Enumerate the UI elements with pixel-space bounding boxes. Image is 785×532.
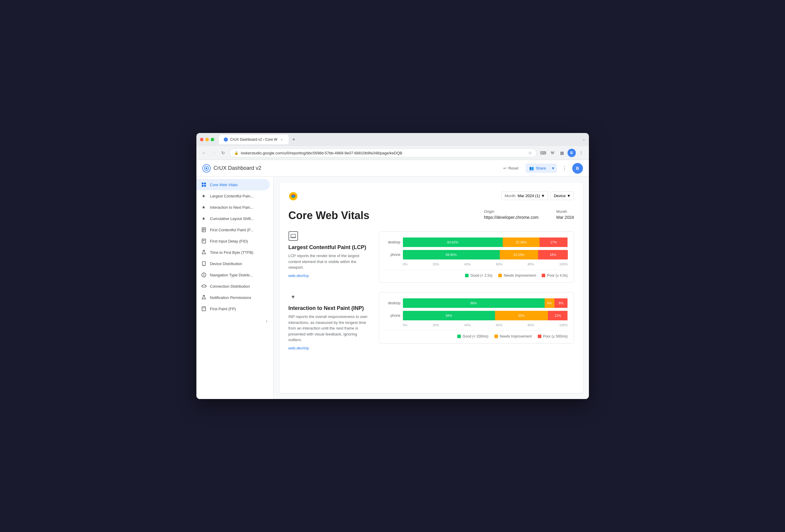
active-tab[interactable]: CrUX Dashboard v2 › Core W × — [219, 135, 289, 144]
tab-chevron-icon: ⌄ — [582, 137, 585, 142]
inp-axis-80: 80% — [528, 323, 534, 327]
sidebar-label-fcp: First Contentful Paint (F... — [210, 228, 254, 232]
inp-phone-row: phone 56% 32% 12% — [385, 311, 568, 320]
svg-point-17 — [202, 273, 206, 277]
legend-poor-label: Poor (≥ 4.0s) — [547, 273, 567, 277]
lcp-link[interactable]: web.dev/lcp — [288, 273, 309, 278]
axis-60: 60% — [496, 262, 502, 266]
inp-axis-20: 20% — [433, 323, 439, 327]
share-icon: 👥 — [529, 166, 534, 170]
more-options-button[interactable]: ⋮ — [577, 149, 585, 157]
reset-button[interactable]: ↩ Reset — [499, 164, 523, 173]
sidebar-label-fp: First Paint (FP) — [210, 307, 236, 311]
inp-legend-good-label: Good (< 200ms) — [463, 334, 488, 339]
lcp-title: Largest Contentful Paint (LCP) — [288, 244, 372, 250]
app-more-button[interactable]: ⋮ — [559, 163, 570, 174]
traffic-lights — [200, 138, 214, 141]
sidebar-label-cls: Cumulative Layout Shift... — [210, 216, 254, 221]
share-dropdown-button[interactable]: ▼ — [550, 164, 557, 173]
reset-icon: ↩ — [503, 166, 507, 170]
sidebar-item-cumulative-layout-shift[interactable]: ★ Cumulative Layout Shift... — [196, 213, 270, 224]
month-filter[interactable]: Month: Mar 2024 (1) ▼ — [501, 191, 548, 200]
sidebar-item-core-web-vitals[interactable]: Core Web Vitals — [196, 179, 270, 190]
flask2-icon — [201, 295, 206, 300]
report-meta: Origin https://developer.chrome.com Mont… — [484, 209, 574, 220]
inp-legend-needs: Needs Improvement — [495, 334, 532, 339]
inp-info: ✦ Interaction to Next Paint (INP) INP re… — [288, 292, 372, 351]
inp-bar-chart: desktop 86% 6% 8% phone 56% — [385, 298, 568, 327]
svg-rect-3 — [202, 183, 204, 184]
share-group: 👥 Share ▼ — [526, 164, 557, 173]
sidebar-item-time-to-first-byte[interactable]: Time to First Byte (TTFB) — [196, 247, 270, 258]
lcp-description: LCP reports the render time of the large… — [288, 253, 372, 270]
lcp-phone-track: 58.85% 23.33% 18% — [403, 250, 568, 260]
sidebar-item-largest-contentful-paint[interactable]: ★ Largest Contentful Pain... — [196, 190, 270, 202]
secure-icon: 🔒 — [234, 151, 238, 155]
sidebar-label-notification: Notification Permissions — [210, 295, 251, 300]
report-page-title: Core Web Vitals — [288, 209, 370, 222]
inp-desktop-label: desktop — [385, 301, 401, 305]
reload-button[interactable]: ↻ — [219, 149, 227, 157]
sidebar-item-navigation-type[interactable]: Navigation Type Distrib... — [196, 269, 270, 281]
sidebar-item-device-distribution[interactable]: Device Distribution — [196, 258, 270, 269]
devtools-button[interactable]: ⚒ — [549, 149, 557, 157]
extension-button[interactable]: ⌨ — [539, 149, 547, 157]
app-user-avatar[interactable]: B — [572, 163, 583, 174]
device-filter-value: Device — [554, 193, 566, 198]
sidebar-item-first-input-delay[interactable]: First Input Delay (FID) — [196, 235, 270, 247]
lcp-desktop-row: desktop 60.62% 22.38% 17% — [385, 238, 568, 247]
forward-button[interactable]: → — [209, 149, 218, 157]
inp-link[interactable]: web.dev/inp — [288, 346, 309, 350]
inp-legend-needs-label: Needs Improvement — [500, 334, 532, 339]
sidebar-item-notification-permissions[interactable]: Notification Permissions — [196, 292, 270, 303]
share-button[interactable]: 👥 Share — [526, 164, 550, 173]
svg-rect-22 — [202, 307, 206, 311]
lcp-phone-good: 58.85% — [403, 250, 500, 260]
inp-chart: desktop 86% 6% 8% phone 56% — [379, 292, 574, 344]
svg-rect-4 — [204, 183, 206, 184]
sidebar-item-first-contentful-paint[interactable]: First Contentful Paint (F... — [196, 224, 270, 235]
inp-phone-good: 56% — [403, 311, 495, 320]
inp-phone-poor: 12% — [548, 311, 568, 320]
lcp-chart: desktop 60.62% 22.38% 17% phone — [379, 231, 574, 283]
origin-meta: Origin https://developer.chrome.com — [484, 209, 539, 220]
doc2-icon-fid — [201, 238, 206, 244]
inp-axis-0: 0% — [403, 323, 408, 327]
collapse-button[interactable]: ‹ — [263, 317, 271, 325]
close-traffic-light[interactable] — [200, 138, 204, 141]
tab-close-button[interactable]: × — [280, 137, 284, 142]
minimize-traffic-light[interactable] — [205, 138, 209, 141]
month-meta: Month Mar 2024 — [556, 209, 574, 220]
sidebar-label-lcp: Largest Contentful Pain... — [210, 194, 254, 198]
inp-legend-poor: Poor (≥ 500ms) — [538, 334, 568, 339]
inp-legend-needs-dot — [495, 335, 498, 338]
inp-desktop-poor: 8% — [554, 298, 567, 308]
sidebar-item-first-paint[interactable]: First Paint (FP) — [196, 303, 270, 314]
maximize-traffic-light[interactable] — [211, 138, 214, 141]
lcp-phone-label: phone — [385, 252, 401, 257]
reset-label: Reset — [508, 166, 518, 170]
device-filter[interactable]: Device ▼ — [551, 191, 574, 200]
browser-avatar[interactable]: B — [567, 149, 576, 157]
sidebar-item-interaction-to-next-paint[interactable]: ★ Interaction to Next Pain... — [196, 202, 270, 213]
browser-chrome: ← → ↻ 🔒 lookerstudio.google.com/u/0/repo… — [196, 146, 589, 160]
sidebar-button[interactable]: ▦ — [558, 149, 566, 157]
inp-legend-poor-dot — [538, 335, 541, 338]
back-button[interactable]: ← — [200, 149, 208, 157]
inp-legend: Good (< 200ms) Needs Improvement Poor (≥… — [385, 330, 568, 339]
doc3-icon-fp — [201, 306, 206, 312]
legend-poor-dot — [542, 274, 545, 277]
browser-actions: ⌨ ⚒ ▦ B ⋮ — [539, 149, 585, 157]
app-header: CrUX Dashboard v2 ↩ Reset 👥 Share ▼ ⋮ B — [196, 160, 589, 177]
app-header-actions: ↩ Reset 👥 Share ▼ ⋮ B — [499, 163, 583, 174]
svg-point-25 — [292, 195, 295, 197]
bookmark-icon[interactable]: ☆ — [528, 151, 532, 155]
origin-label: Origin — [484, 209, 539, 214]
address-bar[interactable]: 🔒 lookerstudio.google.com/u/0/reporting/… — [230, 149, 537, 157]
new-tab-button[interactable]: + — [290, 135, 298, 144]
inp-desktop-needs: 6% — [545, 298, 554, 308]
sidebar-item-connection-distribution[interactable]: Connection Distribution — [196, 281, 270, 292]
month-filter-count: (1) — [535, 193, 540, 198]
lcp-bar-chart: desktop 60.62% 22.38% 17% phone — [385, 238, 568, 266]
lcp-phone-row: phone 58.85% 23.33% 18% — [385, 250, 568, 260]
